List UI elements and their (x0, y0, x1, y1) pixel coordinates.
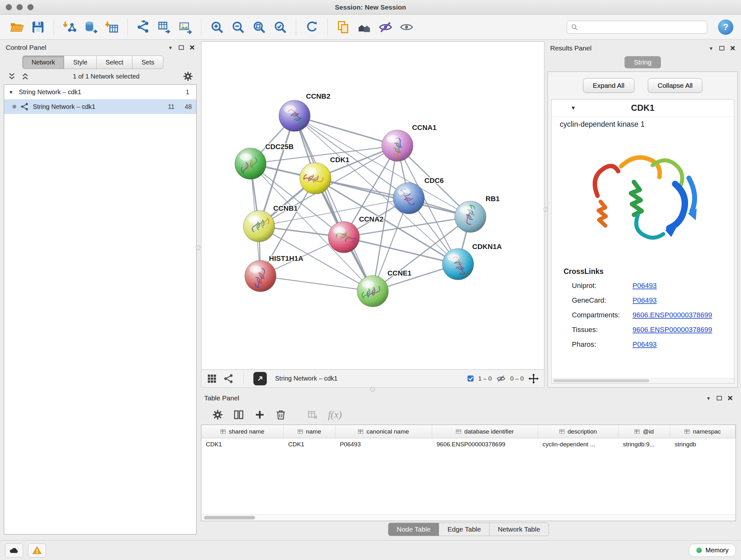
panel-float-icon[interactable] (717, 396, 722, 400)
cell-description[interactable]: cyclin-dependent ... (538, 438, 618, 452)
scrollbar-thumb[interactable] (553, 379, 649, 382)
import-network-button[interactable] (60, 17, 79, 37)
apply-layout-button[interactable] (302, 17, 321, 37)
tissues-link[interactable]: 9606.ENSP00000378699 (632, 326, 712, 334)
zoom-out-button[interactable] (229, 17, 247, 37)
gene-section-header[interactable]: ▼ CDK1 (551, 100, 734, 117)
panel-menu-icon[interactable]: ▼ (709, 46, 714, 51)
column-header[interactable]: shared name (201, 425, 284, 438)
column-header[interactable]: name (284, 425, 335, 438)
panel-menu-icon[interactable]: ▼ (706, 395, 711, 401)
column-header[interactable]: namespac (670, 425, 736, 438)
crosslinks-heading: CrossLinks (551, 263, 734, 278)
svg-text:CDK1: CDK1 (330, 156, 349, 164)
cloud-status-button[interactable] (5, 543, 23, 557)
pharos-link[interactable]: P06493 (632, 340, 657, 349)
column-header[interactable]: database identifier (432, 425, 538, 438)
collapse-all-button[interactable]: Collapse All (648, 78, 703, 93)
genecard-link[interactable]: P06493 (632, 296, 657, 305)
network-graph[interactable]: CCNB2CCNA1CDC25BCDK1CDC6RB1CCNB1CCNA2CDK… (201, 42, 544, 369)
results-hscrollbar[interactable] (551, 378, 734, 383)
help-button[interactable]: ? (718, 19, 733, 35)
collapse-all-icon[interactable] (7, 71, 17, 81)
open-in-browser-button[interactable] (253, 372, 267, 385)
zoom-window-button[interactable] (27, 4, 33, 10)
column-header[interactable]: canonical name (335, 425, 432, 438)
first-neighbors-button[interactable] (355, 17, 374, 37)
delete-icon[interactable] (275, 409, 286, 421)
table-tabs: Node Table Edge Table Network Table (201, 521, 736, 538)
scrollbar-thumb[interactable] (204, 516, 255, 519)
tab-select[interactable]: Select (96, 56, 133, 69)
hide-selected-button[interactable] (376, 17, 395, 37)
external-link-icon (256, 374, 264, 383)
close-window-button[interactable] (6, 4, 12, 10)
tab-sets[interactable]: Sets (132, 56, 163, 69)
svg-text:CCNA1: CCNA1 (412, 124, 436, 132)
crosslink-row: Compartments: 9606.ENSP00000378699 (551, 308, 734, 322)
cell-shared-name[interactable]: CDK1 (201, 438, 284, 452)
zoom-selected-button[interactable] (271, 17, 289, 37)
cell-name[interactable]: CDK1 (284, 438, 335, 452)
open-session-button[interactable] (8, 17, 26, 37)
horizontal-splitter[interactable] (198, 388, 738, 391)
column-type-icon (684, 429, 690, 434)
cell-namespace[interactable]: stringdb (670, 438, 736, 452)
new-network-from-selection-button[interactable] (134, 17, 152, 37)
add-column-icon[interactable] (254, 409, 266, 421)
panel-menu-icon[interactable]: ▼ (168, 45, 173, 51)
splitter-handle[interactable] (370, 387, 375, 392)
move-crosshair-icon[interactable] (528, 373, 539, 384)
cell-database-identifier[interactable]: 9606.ENSP00000378699 (432, 438, 538, 452)
gear-icon[interactable] (183, 71, 193, 82)
warnings-button[interactable] (28, 543, 46, 557)
panel-close-icon[interactable]: × (730, 45, 735, 51)
column-header[interactable]: @id (618, 425, 670, 438)
import-table-button[interactable] (103, 17, 121, 37)
splitter-handle[interactable] (543, 207, 548, 212)
export-table-button[interactable] (155, 17, 174, 37)
network-collection-row[interactable]: ▼ String Network – cdk1 1 (4, 84, 196, 99)
show-all-button[interactable] (397, 17, 416, 37)
tab-network-table[interactable]: Network Table (489, 523, 549, 536)
tree-expander-icon[interactable]: ▼ (9, 89, 15, 95)
selected-checkbox-icon[interactable] (468, 375, 474, 381)
tab-style[interactable]: Style (64, 56, 96, 69)
expand-all-button[interactable]: Expand All (583, 78, 634, 93)
copy-button[interactable] (334, 17, 353, 37)
network-row-selected[interactable]: String Network – cdk1 11 48 (4, 99, 196, 114)
collapse-section-icon[interactable]: ▼ (570, 105, 576, 111)
compartments-link[interactable]: 9606.ENSP00000378699 (632, 311, 712, 319)
tab-node-table[interactable]: Node Table (388, 523, 439, 536)
gene-description: cyclin-dependent kinase 1 (551, 117, 734, 129)
panel-close-icon[interactable]: × (728, 395, 733, 401)
table-hscrollbar[interactable] (201, 514, 736, 521)
table-row[interactable]: CDK1 CDK1 P06493 9606.ENSP00000378699 cy… (201, 438, 736, 452)
results-panel-title: Results Panel (550, 44, 592, 52)
birds-eye-view-icon[interactable] (206, 373, 217, 384)
columns-icon[interactable] (233, 409, 245, 421)
expand-all-icon[interactable] (20, 71, 30, 81)
search-input[interactable] (567, 21, 707, 34)
string-results-tab[interactable]: String (624, 56, 661, 68)
cell-id[interactable]: stringdb:9... (618, 438, 670, 452)
tab-network[interactable]: Network (22, 56, 64, 69)
panel-close-icon[interactable]: × (190, 44, 195, 51)
zoom-in-button[interactable] (208, 17, 226, 37)
export-image-button[interactable] (176, 17, 195, 37)
cell-canonical-name[interactable]: P06493 (335, 438, 432, 452)
column-header[interactable]: description (538, 425, 618, 438)
save-session-button[interactable] (29, 17, 47, 37)
zoom-fit-button[interactable] (250, 17, 268, 37)
uniprot-link[interactable]: P06493 (632, 282, 657, 290)
memory-button[interactable]: Memory (689, 544, 736, 557)
import-network-database-button[interactable] (81, 17, 100, 37)
panel-float-icon[interactable] (719, 46, 724, 51)
panel-float-icon[interactable] (179, 45, 184, 50)
network-canvas[interactable]: CCNB2CCNA1CDC25BCDK1CDC6RB1CCNB1CCNA2CDK… (201, 42, 544, 370)
table-settings-gear-icon[interactable] (212, 409, 223, 421)
results-panel-header: Results Panel ▼ × (547, 42, 738, 55)
tab-edge-table[interactable]: Edge Table (439, 523, 489, 536)
minimize-window-button[interactable] (17, 4, 23, 10)
string-app-icon[interactable] (223, 373, 234, 384)
